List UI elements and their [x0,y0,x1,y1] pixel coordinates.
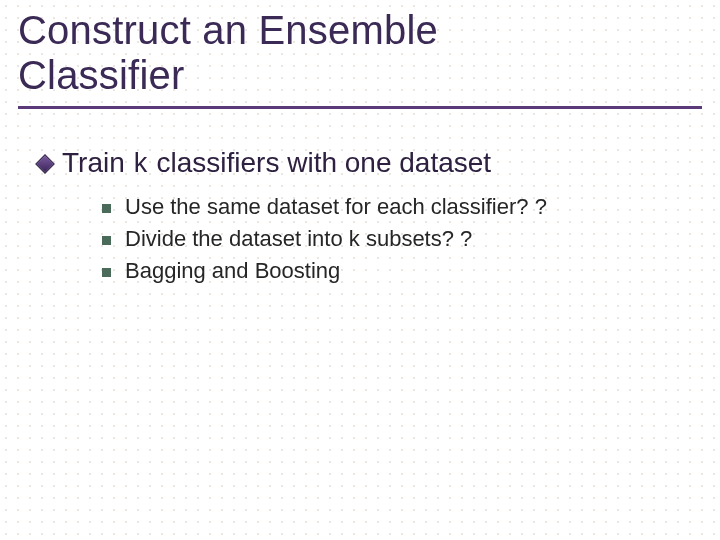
title-underline [18,106,702,109]
list-item: Use the same dataset for each classifier… [102,194,702,220]
sub-bullet-text: Divide the dataset into k subsets? ? [125,226,472,252]
list-item: Divide the dataset into k subsets? ? [102,226,702,252]
bullet-prefix: Train [62,147,133,178]
list-item: Bagging and Boosting [102,258,702,284]
sub-bullet-text: Bagging and Boosting [125,258,340,284]
slide-title: Construct an Ensemble Classifier [18,8,702,104]
square-bullet-icon [102,268,111,277]
sub-bullet-text: Use the same dataset for each classifier… [125,194,547,220]
slide-content: Construct an Ensemble Classifier Train k… [0,0,720,284]
bullet-suffix: classifiers with one dataset [149,147,491,178]
title-line-1: Construct an Ensemble [18,8,438,52]
bullet-text: Train k classifiers with one dataset [62,147,491,180]
diamond-bullet-icon [38,157,52,171]
bullet-item: Train k classifiers with one dataset [38,147,702,180]
sub-bullet-list: Use the same dataset for each classifier… [102,194,702,284]
square-bullet-icon [102,204,111,213]
title-line-2: Classifier [18,53,184,97]
bullet-k: k [133,150,149,180]
square-bullet-icon [102,236,111,245]
